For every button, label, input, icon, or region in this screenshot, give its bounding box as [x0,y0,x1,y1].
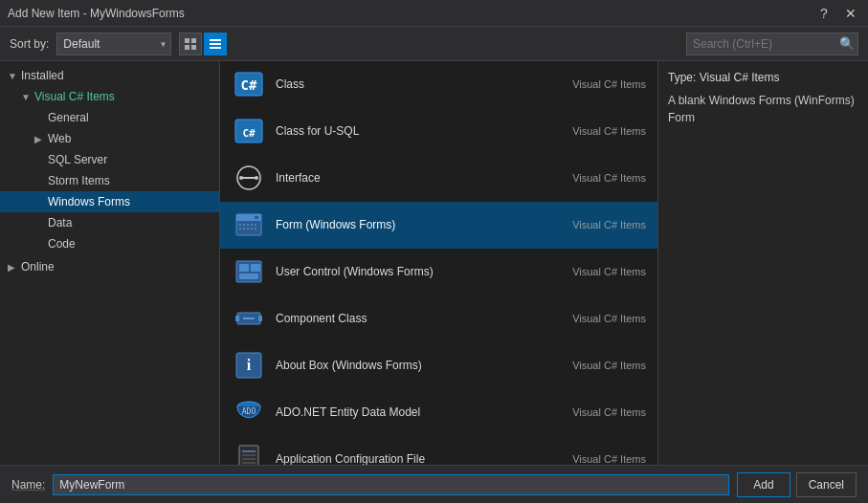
toolbar: Sort by: Default [0,27,868,61]
right-panel: Type: Visual C# Items A blank Windows Fo… [657,61,868,465]
sidebar-item-code[interactable]: Code [0,233,219,254]
item-icon [232,161,266,195]
search-wrap: 🔍 [686,33,858,55]
type-description: A blank Windows Forms (WinForms) Form [668,92,858,126]
title-bar-controls: ? ✕ [814,4,860,23]
svg-rect-5 [210,43,221,45]
item-category: Visual C# Items [553,406,646,418]
item-category: Visual C# Items [553,360,646,371]
item-name: Application Configuration File [276,452,553,465]
item-icon [232,442,266,465]
svg-rect-21 [239,264,249,272]
list-item[interactable]: User Control (Windows Forms) Visual C# I… [220,249,657,295]
item-name: Class for U-SQL [276,124,553,138]
item-category: Visual C# Items [553,219,646,230]
item-info: User Control (Windows Forms) [276,265,553,278]
list-view-button[interactable] [204,33,227,55]
svg-text:C#: C# [241,77,257,93]
item-name: About Box (Windows Forms) [276,359,553,372]
item-category: Visual C# Items [553,453,646,465]
item-icon: ADO [232,395,266,429]
svg-rect-6 [210,47,221,49]
sidebar-label: Storm Items [48,174,110,187]
sidebar-item-general[interactable]: General [0,107,219,128]
item-category: Visual C# Items [553,172,646,184]
view-toggle [179,33,227,55]
item-category: Visual C# Items [553,266,646,277]
sidebar-item-installed[interactable]: ▼ Installed [0,65,219,86]
dialog: Sort by: Default [0,27,868,503]
svg-text:i: i [247,357,252,373]
add-button[interactable]: Add [737,472,790,497]
content-area: ▼ Installed ▼ Visual C# Items General ▶ … [0,61,868,465]
sidebar-label: Web [48,132,71,145]
sidebar: ▼ Installed ▼ Visual C# Items General ▶ … [0,61,220,465]
sort-select[interactable]: Default [56,33,171,55]
svg-point-13 [239,176,243,180]
sidebar-item-storm[interactable]: Storm Items [0,170,219,191]
item-info: Component Class [276,312,553,325]
cancel-button[interactable]: Cancel [796,472,857,497]
item-info: Interface [276,171,553,185]
help-button[interactable]: ? [814,4,834,23]
item-icon: C# [232,67,266,101]
expand-icon: ▼ [8,71,21,81]
svg-text:C#: C# [242,127,256,140]
items-list: C# Class Visual C# Items C# Class for U-… [220,61,657,465]
svg-text:ADO: ADO [242,407,256,416]
sort-label: Sort by: [10,37,49,51]
list-item[interactable]: C# Class for U-SQL Visual C# Items [220,108,657,155]
svg-rect-25 [235,316,239,321]
sidebar-item-sql[interactable]: SQL Server [0,149,219,170]
item-icon [232,208,266,242]
sidebar-label: Online [21,260,55,273]
name-label: Name: [11,478,45,492]
svg-rect-0 [185,38,189,43]
svg-rect-17 [255,216,258,219]
item-icon [232,301,266,336]
name-input[interactable] [53,474,729,495]
list-item[interactable]: ADO ADO.NET Entity Data Model Visual C# … [220,389,657,436]
svg-point-14 [255,176,258,180]
sidebar-item-data[interactable]: Data [0,212,219,233]
list-item[interactable]: Form (Windows Forms) Visual C# Items [220,202,657,249]
sidebar-label: Code [48,237,76,251]
search-input[interactable] [686,33,858,55]
list-item[interactable]: i About Box (Windows Forms) Visual C# It… [220,342,657,389]
search-button[interactable]: 🔍 [839,36,855,51]
bottom-bar: Name: Add Cancel [0,465,868,503]
sidebar-label: Windows Forms [48,195,130,208]
list-item[interactable]: Component Class Visual C# Items [220,295,657,342]
item-info: Application Configuration File [276,452,553,465]
item-icon: i [232,348,266,383]
expand-icon: ▶ [34,134,48,144]
close-button[interactable]: ✕ [841,4,860,23]
item-name: User Control (Windows Forms) [276,265,553,278]
item-name: Interface [276,171,553,185]
svg-rect-26 [258,316,262,321]
expand-icon: ▼ [21,92,34,102]
dialog-title: Add New Item - MyWindowsForms [8,7,185,20]
item-category: Visual C# Items [553,313,646,324]
svg-rect-2 [185,45,189,50]
list-item[interactable]: Application Configuration File Visual C#… [220,436,657,465]
svg-rect-23 [239,273,258,279]
sidebar-item-windows-forms[interactable]: Windows Forms [0,191,219,212]
item-info: Class [276,77,553,91]
svg-rect-4 [210,39,221,41]
grid-view-button[interactable] [179,33,202,55]
list-item[interactable]: Interface Visual C# Items [220,155,657,202]
sidebar-label: Visual C# Items [34,90,115,103]
item-name: Component Class [276,312,553,325]
sidebar-item-online[interactable]: ▶ Online [0,256,219,277]
sort-select-wrap: Default [56,33,171,55]
list-item[interactable]: C# Class Visual C# Items [220,61,657,108]
item-info: ADO.NET Entity Data Model [276,405,553,419]
sidebar-item-visual-c[interactable]: ▼ Visual C# Items [0,86,219,107]
sidebar-label: Installed [21,69,64,82]
item-info: Form (Windows Forms) [276,218,553,231]
sidebar-item-web[interactable]: ▶ Web [0,128,219,149]
svg-rect-3 [191,45,196,50]
item-icon: C# [232,114,266,148]
item-category: Visual C# Items [553,125,646,137]
